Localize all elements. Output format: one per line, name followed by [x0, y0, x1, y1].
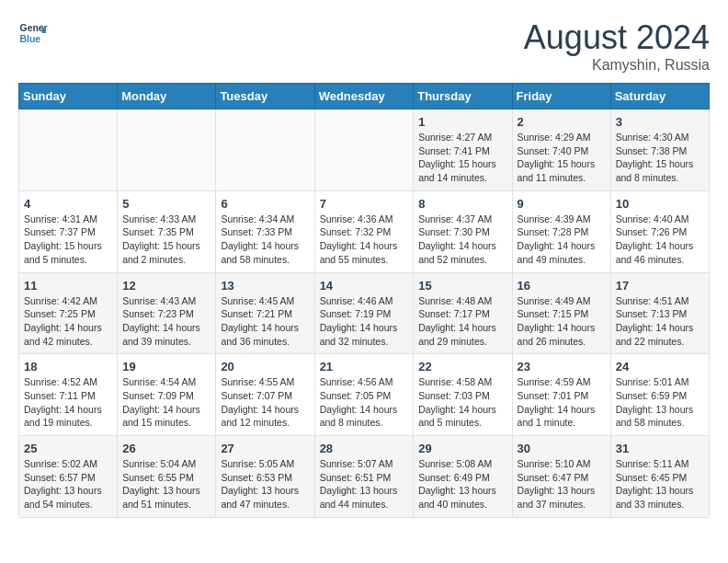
calendar-cell: 30Sunrise: 5:10 AMSunset: 6:47 PMDayligh…	[512, 436, 610, 518]
column-header-wednesday: Wednesday	[314, 84, 414, 109]
calendar-cell: 3Sunrise: 4:30 AMSunset: 7:38 PMDaylight…	[610, 109, 709, 191]
page-header: General Blue August 2024 Kamyshin, Russi…	[18, 18, 710, 74]
calendar-cell: 10Sunrise: 4:40 AMSunset: 7:26 PMDayligh…	[610, 190, 709, 272]
calendar-cell: 15Sunrise: 4:48 AMSunset: 7:17 PMDayligh…	[414, 272, 512, 354]
day-number: 10	[616, 197, 704, 211]
column-header-thursday: Thursday	[414, 84, 512, 109]
day-info: Sunrise: 4:48 AMSunset: 7:17 PMDaylight:…	[418, 294, 506, 349]
day-number: 18	[24, 360, 112, 373]
calendar-cell: 17Sunrise: 4:51 AMSunset: 7:13 PMDayligh…	[610, 272, 709, 354]
day-info: Sunrise: 5:04 AMSunset: 6:55 PMDaylight:…	[122, 457, 210, 511]
day-number: 1	[418, 115, 506, 129]
calendar-cell	[19, 109, 118, 191]
column-header-saturday: Saturday	[610, 84, 709, 109]
day-number: 4	[24, 197, 112, 211]
day-number: 22	[418, 360, 506, 373]
calendar-cell: 11Sunrise: 4:42 AMSunset: 7:25 PMDayligh…	[19, 272, 118, 354]
calendar-cell: 24Sunrise: 5:01 AMSunset: 6:59 PMDayligh…	[610, 354, 709, 436]
day-info: Sunrise: 4:39 AMSunset: 7:28 PMDaylight:…	[518, 213, 606, 267]
calendar-cell: 27Sunrise: 5:05 AMSunset: 6:53 PMDayligh…	[216, 436, 314, 518]
calendar-cell: 7Sunrise: 4:36 AMSunset: 7:32 PMDaylight…	[314, 190, 414, 272]
day-info: Sunrise: 4:55 AMSunset: 7:07 PMDaylight:…	[221, 375, 309, 430]
day-info: Sunrise: 4:52 AMSunset: 7:11 PMDaylight:…	[24, 375, 112, 430]
day-info: Sunrise: 5:02 AMSunset: 6:57 PMDaylight:…	[24, 457, 112, 511]
day-info: Sunrise: 4:46 AMSunset: 7:19 PMDaylight:…	[320, 294, 409, 349]
day-info: Sunrise: 4:51 AMSunset: 7:13 PMDaylight:…	[616, 294, 704, 349]
column-header-friday: Friday	[512, 84, 610, 109]
svg-text:Blue: Blue	[20, 34, 41, 44]
day-info: Sunrise: 4:31 AMSunset: 7:37 PMDaylight:…	[24, 213, 112, 267]
day-info: Sunrise: 4:45 AMSunset: 7:21 PMDaylight:…	[221, 294, 309, 349]
calendar-week-4: 18Sunrise: 4:52 AMSunset: 7:11 PMDayligh…	[19, 354, 710, 436]
calendar-week-3: 11Sunrise: 4:42 AMSunset: 7:25 PMDayligh…	[19, 272, 710, 354]
calendar-cell: 26Sunrise: 5:04 AMSunset: 6:55 PMDayligh…	[118, 436, 216, 518]
calendar-cell: 20Sunrise: 4:55 AMSunset: 7:07 PMDayligh…	[216, 354, 314, 436]
column-header-monday: Monday	[118, 84, 216, 109]
subtitle: Kamyshin, Russia	[524, 57, 710, 74]
day-info: Sunrise: 5:11 AMSunset: 6:45 PMDaylight:…	[616, 457, 704, 511]
day-number: 23	[518, 360, 606, 373]
day-number: 8	[418, 197, 506, 211]
day-info: Sunrise: 4:43 AMSunset: 7:23 PMDaylight:…	[122, 294, 210, 349]
calendar-cell: 21Sunrise: 4:56 AMSunset: 7:05 PMDayligh…	[314, 354, 414, 436]
calendar-cell: 23Sunrise: 4:59 AMSunset: 7:01 PMDayligh…	[512, 354, 610, 436]
day-number: 30	[518, 442, 606, 455]
main-title: August 2024	[524, 18, 710, 57]
calendar-cell: 1Sunrise: 4:27 AMSunset: 7:41 PMDaylight…	[414, 109, 512, 191]
day-number: 31	[616, 442, 704, 455]
calendar-cell: 22Sunrise: 4:58 AMSunset: 7:03 PMDayligh…	[414, 354, 512, 436]
calendar-cell	[118, 109, 216, 191]
calendar-cell: 16Sunrise: 4:49 AMSunset: 7:15 PMDayligh…	[512, 272, 610, 354]
calendar-week-2: 4Sunrise: 4:31 AMSunset: 7:37 PMDaylight…	[19, 190, 710, 272]
day-info: Sunrise: 4:34 AMSunset: 7:33 PMDaylight:…	[221, 213, 309, 267]
calendar-week-5: 25Sunrise: 5:02 AMSunset: 6:57 PMDayligh…	[19, 436, 710, 518]
day-info: Sunrise: 4:30 AMSunset: 7:38 PMDaylight:…	[616, 131, 704, 185]
calendar-cell: 2Sunrise: 4:29 AMSunset: 7:40 PMDaylight…	[512, 109, 610, 191]
day-number: 15	[418, 279, 506, 293]
day-number: 13	[221, 279, 309, 293]
calendar-cell: 28Sunrise: 5:07 AMSunset: 6:51 PMDayligh…	[314, 436, 414, 518]
calendar-table: SundayMondayTuesdayWednesdayThursdayFrid…	[18, 83, 710, 518]
day-number: 25	[24, 442, 112, 455]
day-info: Sunrise: 4:33 AMSunset: 7:35 PMDaylight:…	[122, 213, 210, 267]
day-info: Sunrise: 4:54 AMSunset: 7:09 PMDaylight:…	[122, 375, 210, 430]
day-number: 12	[122, 279, 210, 293]
day-info: Sunrise: 4:37 AMSunset: 7:30 PMDaylight:…	[418, 213, 506, 267]
column-header-tuesday: Tuesday	[216, 84, 314, 109]
day-info: Sunrise: 4:42 AMSunset: 7:25 PMDaylight:…	[24, 294, 112, 349]
calendar-cell: 13Sunrise: 4:45 AMSunset: 7:21 PMDayligh…	[216, 272, 314, 354]
day-number: 11	[24, 279, 112, 293]
calendar-cell: 8Sunrise: 4:37 AMSunset: 7:30 PMDaylight…	[414, 190, 512, 272]
calendar-cell: 18Sunrise: 4:52 AMSunset: 7:11 PMDayligh…	[19, 354, 118, 436]
calendar-cell: 31Sunrise: 5:11 AMSunset: 6:45 PMDayligh…	[610, 436, 709, 518]
day-info: Sunrise: 4:36 AMSunset: 7:32 PMDaylight:…	[320, 213, 409, 267]
column-header-sunday: Sunday	[19, 84, 118, 109]
day-info: Sunrise: 4:49 AMSunset: 7:15 PMDaylight:…	[518, 294, 606, 349]
day-number: 3	[616, 115, 704, 129]
day-number: 21	[320, 360, 409, 373]
calendar-cell: 29Sunrise: 5:08 AMSunset: 6:49 PMDayligh…	[414, 436, 512, 518]
day-info: Sunrise: 4:56 AMSunset: 7:05 PMDaylight:…	[320, 375, 409, 430]
calendar-cell: 12Sunrise: 4:43 AMSunset: 7:23 PMDayligh…	[118, 272, 216, 354]
day-number: 19	[122, 360, 210, 373]
day-number: 17	[616, 279, 704, 293]
day-number: 14	[320, 279, 409, 293]
calendar-cell	[216, 109, 314, 191]
day-number: 5	[122, 197, 210, 211]
day-info: Sunrise: 5:01 AMSunset: 6:59 PMDaylight:…	[616, 375, 704, 430]
day-number: 16	[518, 279, 606, 293]
calendar-cell: 9Sunrise: 4:39 AMSunset: 7:28 PMDaylight…	[512, 190, 610, 272]
day-number: 7	[320, 197, 409, 211]
calendar-header-row: SundayMondayTuesdayWednesdayThursdayFrid…	[19, 84, 710, 109]
day-info: Sunrise: 4:40 AMSunset: 7:26 PMDaylight:…	[616, 213, 704, 267]
calendar-cell: 4Sunrise: 4:31 AMSunset: 7:37 PMDaylight…	[19, 190, 118, 272]
day-info: Sunrise: 4:59 AMSunset: 7:01 PMDaylight:…	[518, 375, 606, 430]
calendar-cell: 5Sunrise: 4:33 AMSunset: 7:35 PMDaylight…	[118, 190, 216, 272]
calendar-cell: 6Sunrise: 4:34 AMSunset: 7:33 PMDaylight…	[216, 190, 314, 272]
day-info: Sunrise: 4:58 AMSunset: 7:03 PMDaylight:…	[418, 375, 506, 430]
day-number: 28	[320, 442, 409, 455]
calendar-cell: 25Sunrise: 5:02 AMSunset: 6:57 PMDayligh…	[19, 436, 118, 518]
calendar-cell: 14Sunrise: 4:46 AMSunset: 7:19 PMDayligh…	[314, 272, 414, 354]
day-info: Sunrise: 5:07 AMSunset: 6:51 PMDaylight:…	[320, 457, 409, 511]
day-number: 27	[221, 442, 309, 455]
